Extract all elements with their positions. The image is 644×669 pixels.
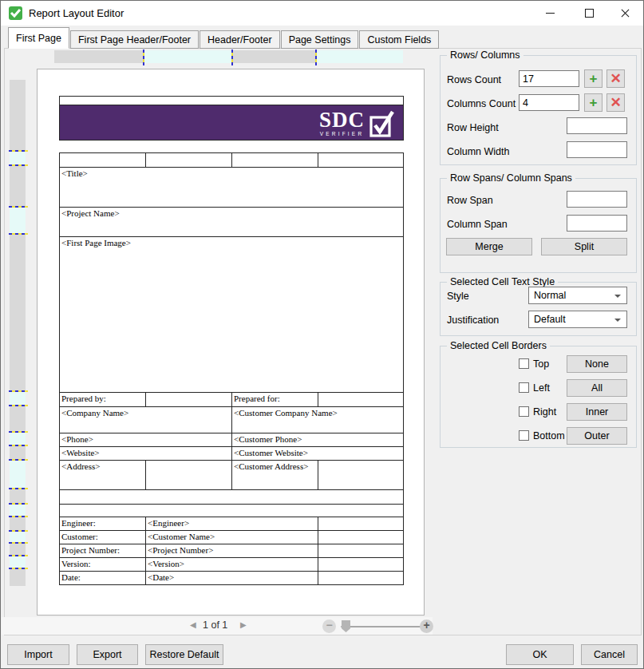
column-guide-segment[interactable] xyxy=(144,50,232,63)
cancel-button[interactable]: Cancel xyxy=(581,644,638,665)
row-guide-segment[interactable] xyxy=(10,406,26,432)
split-button[interactable]: Split xyxy=(541,238,627,255)
minimize-button[interactable] xyxy=(532,1,568,26)
row-height-input[interactable] xyxy=(567,117,627,134)
table-cell[interactable]: <Customer Company Name> xyxy=(231,406,404,433)
row-guide-segment[interactable] xyxy=(10,568,26,586)
table-cell[interactable] xyxy=(318,517,404,531)
border-right-checkbox[interactable] xyxy=(519,406,529,417)
tab-first-page[interactable]: First Page xyxy=(8,27,69,49)
previous-page-icon[interactable]: ◀ xyxy=(190,620,196,629)
table-cell[interactable] xyxy=(318,530,404,544)
style-dropdown[interactable]: Normal xyxy=(528,287,627,304)
table-cell[interactable]: <Date> xyxy=(145,571,318,585)
row-guide-segment[interactable] xyxy=(10,207,26,234)
table-cell[interactable] xyxy=(318,557,404,572)
tab-custom-fields[interactable]: Custom Fields xyxy=(359,30,439,49)
close-button[interactable] xyxy=(607,1,643,26)
import-button[interactable]: Import xyxy=(7,644,69,665)
table-cell[interactable] xyxy=(59,489,404,505)
border-left-checkbox[interactable] xyxy=(519,382,529,393)
table-cell[interactable]: SDCVERIFIER xyxy=(59,105,404,141)
row-span-input[interactable] xyxy=(567,191,627,208)
table-cell[interactable]: <Version> xyxy=(145,557,318,572)
table-cell[interactable]: <First Page Image> xyxy=(59,236,404,393)
table-cell[interactable]: <Phone> xyxy=(59,433,232,447)
row-guide-segment[interactable] xyxy=(10,391,26,406)
table-cell[interactable] xyxy=(145,152,232,168)
column-guide-segment[interactable] xyxy=(232,50,316,63)
row-guide-segment[interactable] xyxy=(10,460,26,489)
table-cell[interactable]: <Customer Address> xyxy=(231,460,318,490)
row-guide-segment[interactable] xyxy=(10,556,26,568)
table-cell[interactable] xyxy=(231,152,318,168)
table-cell[interactable]: <Title> xyxy=(59,167,404,208)
tab-first-page-header-footer[interactable]: First Page Header/Footer xyxy=(70,30,199,49)
justification-dropdown[interactable]: Default xyxy=(528,311,627,328)
columns-count-input[interactable] xyxy=(519,94,579,111)
tab-page-settings[interactable]: Page Settings xyxy=(281,30,359,49)
table-cell[interactable] xyxy=(318,392,404,407)
borders-inner-button[interactable]: Inner xyxy=(567,403,627,421)
table-cell[interactable] xyxy=(145,460,232,490)
row-guide-segment[interactable] xyxy=(10,151,26,165)
column-guide-segment[interactable] xyxy=(54,50,144,63)
remove-row-button[interactable]: ✕ xyxy=(606,69,625,88)
table-cell[interactable]: Customer: xyxy=(59,530,146,544)
table-cell[interactable]: Project Number: xyxy=(59,544,146,558)
add-row-button[interactable]: + xyxy=(584,69,603,88)
export-button[interactable]: Export xyxy=(77,644,138,665)
table-cell[interactable]: Engineer: xyxy=(59,517,146,531)
zoom-slider-track[interactable] xyxy=(341,626,423,627)
zoom-out-icon[interactable]: − xyxy=(322,620,336,633)
preview-page[interactable]: SDCVERIFIER<Title><Project Name><First P… xyxy=(37,69,425,616)
table-cell[interactable]: Prepared by: xyxy=(59,392,146,407)
column-guide-segment[interactable] xyxy=(316,50,403,63)
table-cell[interactable]: Version: xyxy=(59,557,146,572)
table-cell[interactable]: <Customer Phone> xyxy=(231,433,404,447)
table-cell[interactable] xyxy=(318,544,404,558)
table-cell[interactable]: <Project Number> xyxy=(145,544,318,558)
table-cell[interactable] xyxy=(318,152,404,168)
table-cell[interactable] xyxy=(318,460,404,490)
table-cell[interactable]: <Customer Name> xyxy=(145,530,318,544)
zoom-in-icon[interactable]: + xyxy=(420,620,433,633)
table-cell[interactable]: Date: xyxy=(59,571,146,585)
row-guide-segment[interactable] xyxy=(10,432,26,445)
table-cell[interactable] xyxy=(145,392,232,407)
column-span-input[interactable] xyxy=(567,215,627,232)
border-bottom-checkbox[interactable] xyxy=(519,430,529,441)
row-guide-segment[interactable] xyxy=(10,543,26,556)
borders-outer-button[interactable]: Outer xyxy=(567,427,627,445)
column-width-input[interactable] xyxy=(567,141,627,158)
table-cell[interactable]: <Company Name> xyxy=(59,406,232,433)
table-cell[interactable]: Prepared for: xyxy=(231,392,318,407)
add-column-button[interactable]: + xyxy=(584,93,603,112)
table-cell[interactable]: <Engineer> xyxy=(145,517,318,531)
remove-column-button[interactable]: ✕ xyxy=(606,93,625,112)
table-cell[interactable]: <Website> xyxy=(59,446,232,461)
zoom-slider-handle[interactable] xyxy=(342,620,350,632)
row-guide-segment[interactable] xyxy=(10,165,26,207)
row-guide-segment[interactable] xyxy=(10,489,26,504)
row-guide-segment[interactable] xyxy=(10,445,26,460)
table-cell[interactable] xyxy=(59,152,146,168)
borders-all-button[interactable]: All xyxy=(567,379,627,397)
restore-default-button[interactable]: Restore Default xyxy=(145,644,223,665)
table-cell[interactable] xyxy=(59,504,404,517)
row-guide-segment[interactable] xyxy=(10,234,26,391)
border-top-checkbox[interactable] xyxy=(519,358,529,369)
next-page-icon[interactable]: ▶ xyxy=(240,620,247,629)
row-guide-segment[interactable] xyxy=(10,531,26,543)
row-guide-segment[interactable] xyxy=(10,80,26,151)
borders-none-button[interactable]: None xyxy=(567,355,627,373)
ok-button[interactable]: OK xyxy=(506,644,574,665)
tab-header-footer[interactable]: Header/Footer xyxy=(200,30,280,49)
maximize-button[interactable] xyxy=(571,1,607,26)
table-cell[interactable]: <Address> xyxy=(59,460,146,490)
rows-count-input[interactable] xyxy=(519,70,579,87)
row-guide-segment[interactable] xyxy=(10,504,26,517)
table-cell[interactable]: <Project Name> xyxy=(59,207,404,237)
merge-button[interactable]: Merge xyxy=(446,238,532,255)
table-cell[interactable]: <Customer Website> xyxy=(231,446,404,461)
